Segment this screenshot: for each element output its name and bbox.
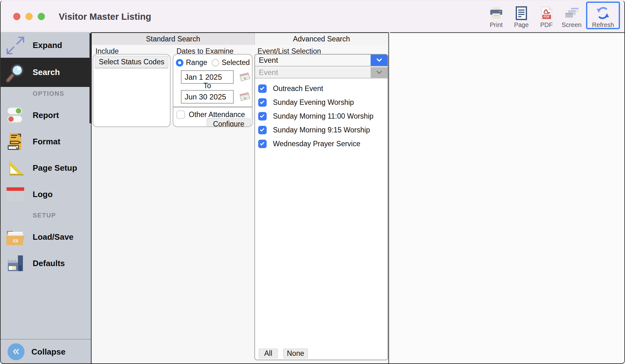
event-checkbox-list: Outreach Event Sunday Evening Worship Su… xyxy=(256,79,387,348)
selected-radio[interactable] xyxy=(212,59,219,67)
letterhead-icon xyxy=(5,187,26,202)
sidebar: Expand Search OPTIONS xyxy=(1,32,92,364)
sidebar-scrollbar-thumb[interactable] xyxy=(90,33,92,123)
window-body: Expand Search OPTIONS xyxy=(1,32,624,364)
other-attendance-label: Other Attendance xyxy=(189,110,245,119)
date-mode-radios: Range Selected xyxy=(176,58,250,67)
event-item-label: Sunday Evening Worship xyxy=(273,98,354,107)
sidebar-item-label: Defaults xyxy=(33,259,65,268)
close-window-button[interactable] xyxy=(13,13,20,20)
sidebar-item-label: Logo xyxy=(33,190,53,199)
checked-checkbox[interactable] xyxy=(258,98,267,107)
other-attendance-row: Other Attendance xyxy=(177,110,245,119)
check-icon xyxy=(260,86,264,90)
collapse-chevrons-icon: « xyxy=(8,343,24,360)
range-radio-label: Range xyxy=(186,58,207,67)
zoom-window-button[interactable] xyxy=(38,13,45,20)
page-label: Page xyxy=(509,21,534,29)
list-item[interactable]: Outreach Event xyxy=(256,82,387,95)
event-type-dropdown[interactable]: Event xyxy=(255,55,388,67)
report-preview-area xyxy=(390,32,624,364)
sidebar-item-label: Report xyxy=(33,110,59,120)
sidebar-collapse-button[interactable]: « Collapse xyxy=(1,339,91,364)
tab-standard-search[interactable]: Standard Search xyxy=(92,33,255,45)
checked-checkbox[interactable] xyxy=(258,126,267,134)
sidebar-item-label: Format xyxy=(33,137,60,147)
other-attendance-checkbox[interactable] xyxy=(177,110,185,119)
toggles-icon xyxy=(5,106,26,124)
minimize-window-button[interactable] xyxy=(25,13,33,20)
event-item-label: Sunday Morning 11:00 Worship xyxy=(273,112,373,120)
select-all-button[interactable]: All xyxy=(259,349,278,358)
search-magnifier-icon xyxy=(5,62,26,83)
format-document-icon xyxy=(5,132,26,151)
sidebar-item-format[interactable]: Format xyxy=(1,128,91,155)
chevron-down-icon xyxy=(376,56,382,62)
pdf-button[interactable]: PDF PDF xyxy=(534,2,559,29)
select-status-codes-button[interactable]: Select Status Codes xyxy=(95,56,168,68)
calendar-picker-icon[interactable] xyxy=(237,91,251,103)
search-tabs: Standard Search Advanced Search xyxy=(92,32,388,45)
screen-button[interactable]: Screen xyxy=(559,2,584,29)
sidebar-options-header: OPTIONS xyxy=(33,90,64,97)
select-none-button[interactable]: None xyxy=(283,349,308,358)
refresh-icon xyxy=(587,6,619,20)
toolbar: Print Page xyxy=(484,2,620,29)
event-list-panel: Event Event Outreach Event xyxy=(254,54,388,360)
sidebar-item-defaults[interactable]: Defaults xyxy=(1,250,91,276)
include-panel: Select Status Codes xyxy=(93,54,171,127)
sidebar-setup-header: SETUP xyxy=(33,212,56,219)
to-label: To xyxy=(181,82,234,90)
factory-icon xyxy=(5,254,26,272)
configure-button[interactable]: Configure xyxy=(207,118,251,127)
sidebar-item-report[interactable]: Report xyxy=(1,102,91,128)
screen-label: Screen xyxy=(559,21,584,29)
expand-arrows-icon xyxy=(5,36,26,55)
checked-checkbox[interactable] xyxy=(258,84,267,93)
event-item-label: Wednesday Prayer Service xyxy=(273,140,360,148)
screen-windows-icon xyxy=(559,6,584,20)
list-item[interactable]: Sunday Evening Worship xyxy=(256,95,387,109)
tab-advanced-search[interactable]: Advanced Search xyxy=(255,33,388,45)
dropdown-chevron-button[interactable] xyxy=(371,55,388,66)
page-button[interactable]: Page xyxy=(509,2,534,29)
event-list-footer: All None xyxy=(255,347,388,360)
checked-checkbox[interactable] xyxy=(258,140,267,148)
checked-checkbox[interactable] xyxy=(258,112,267,120)
sidebar-item-label: Page Setup xyxy=(33,163,77,173)
search-content: Include Dates to Examine Event/List Sele… xyxy=(92,45,388,364)
print-label: Print xyxy=(484,21,509,29)
set-square-icon xyxy=(5,159,26,177)
sidebar-item-logo[interactable]: Logo xyxy=(1,181,91,207)
calendar-picker-icon[interactable] xyxy=(237,72,251,83)
range-radio[interactable] xyxy=(176,59,183,67)
divider xyxy=(173,107,252,107)
sidebar-item-load-save[interactable]: Load/Save xyxy=(1,224,91,250)
page-icon xyxy=(509,6,534,20)
pdf-icon: PDF xyxy=(534,6,559,20)
sidebar-item-page-setup[interactable]: Page Setup xyxy=(1,155,91,181)
list-item[interactable]: Sunday Morning 9:15 Worship xyxy=(256,123,387,137)
pdf-badge-text: PDF xyxy=(544,15,550,19)
list-item[interactable]: Sunday Morning 11:00 Worship xyxy=(256,109,387,123)
open-folder-icon xyxy=(5,228,26,246)
sidebar-item-expand[interactable]: Expand xyxy=(1,33,91,58)
list-item[interactable]: Wednesday Prayer Service xyxy=(256,137,387,151)
event-type-value: Event xyxy=(259,56,278,65)
printer-icon xyxy=(484,6,509,20)
refresh-button[interactable]: Refresh xyxy=(586,2,620,29)
refresh-label: Refresh xyxy=(587,21,619,29)
date-to-field[interactable]: Jun 30 2025 xyxy=(181,90,234,104)
dropdown-chevron-button-disabled xyxy=(371,67,388,78)
event-item-label: Sunday Morning 9:15 Worship xyxy=(273,126,370,134)
collapse-label: Collapse xyxy=(31,347,65,357)
sidebar-item-label: Expand xyxy=(33,40,62,50)
search-pane: Standard Search Advanced Search Include … xyxy=(92,32,389,364)
chevron-down-icon xyxy=(376,68,382,74)
sidebar-item-label: Search xyxy=(33,67,60,77)
check-icon xyxy=(260,141,264,145)
check-icon xyxy=(260,99,264,104)
sidebar-item-search[interactable]: Search xyxy=(1,58,91,87)
window-title: Visitor Master Listing xyxy=(59,12,151,22)
print-button[interactable]: Print xyxy=(484,2,509,29)
